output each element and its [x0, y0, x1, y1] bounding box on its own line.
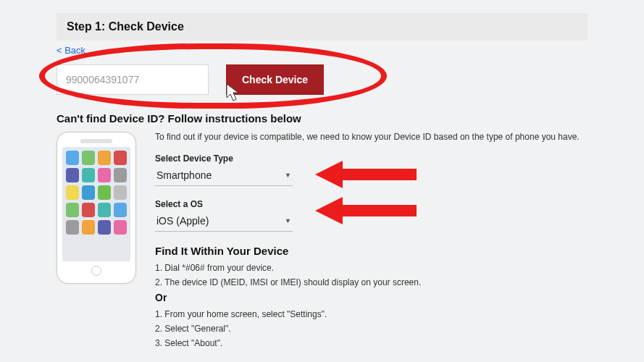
check-device-button[interactable]: Check Device — [226, 64, 324, 95]
or-heading: Or — [155, 292, 587, 303]
os-value: iOS (Apple) — [156, 215, 209, 227]
device-id-input[interactable] — [57, 64, 209, 95]
find-heading: Find It Within Your Device — [155, 245, 587, 257]
find-step-b1: 1. From your home screen, select "Settin… — [155, 309, 587, 319]
find-step-a2: 2. The device ID (MEID, IMSI or IMEI) sh… — [155, 277, 587, 287]
find-step-b3: 3. Select "About". — [155, 338, 587, 348]
step-title: Step 1: Check Device — [57, 13, 587, 41]
os-select[interactable]: iOS (Apple) ▼ — [155, 212, 293, 232]
device-id-row: Check Device — [57, 64, 587, 95]
device-type-select[interactable]: Smartphone ▼ — [155, 167, 293, 186]
device-type-value: Smartphone — [156, 169, 212, 181]
find-step-a1: 1. Dial *#06# from your device. — [155, 263, 587, 273]
cant-find-heading: Can't find Device ID? Follow instruction… — [57, 112, 587, 125]
intro-text: To find out if your device is compatible… — [155, 132, 587, 142]
os-label: Select a OS — [155, 199, 587, 209]
back-link[interactable]: < Back — [57, 45, 85, 56]
chevron-down-icon: ▼ — [285, 172, 291, 179]
chevron-down-icon: ▼ — [285, 217, 291, 224]
device-type-label: Select Device Type — [155, 153, 587, 164]
find-step-b2: 2. Select "General". — [155, 324, 587, 334]
phone-illustration — [57, 132, 136, 284]
